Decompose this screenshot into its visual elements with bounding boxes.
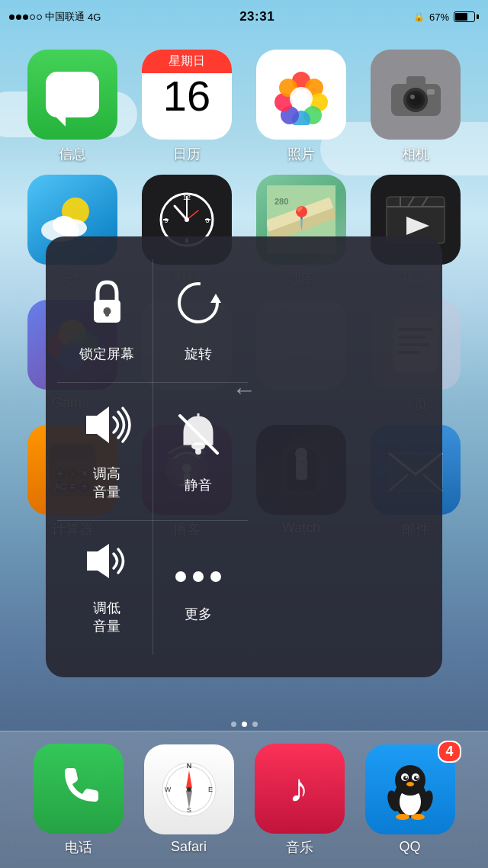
battery-icon bbox=[454, 11, 479, 22]
lock-svg bbox=[86, 278, 128, 328]
svg-text:N: N bbox=[186, 762, 191, 770]
dock-safari[interactable]: N S E W Safari bbox=[144, 744, 234, 855]
svg-marker-115 bbox=[87, 544, 109, 578]
message-bubble bbox=[46, 72, 99, 117]
svg-marker-110 bbox=[210, 294, 221, 303]
calendar-date: 16 bbox=[163, 73, 210, 117]
rotate-button[interactable]: 旋转 bbox=[152, 259, 244, 382]
svg-text:280: 280 bbox=[274, 197, 288, 206]
battery-body bbox=[454, 11, 475, 22]
battery-percentage: 67% bbox=[429, 11, 449, 23]
more-icon bbox=[172, 552, 225, 595]
vol-down-svg bbox=[82, 540, 132, 582]
app-photos[interactable]: 照片 bbox=[248, 50, 355, 163]
signal-dot-4 bbox=[30, 14, 35, 20]
svg-point-32 bbox=[185, 217, 189, 222]
app-camera[interactable]: 相机 bbox=[362, 50, 469, 163]
mute-button[interactable]: 静音 bbox=[152, 383, 244, 520]
svg-point-118 bbox=[210, 571, 221, 582]
photos-label: 照片 bbox=[287, 145, 315, 163]
safari-label: Safari bbox=[171, 839, 207, 855]
svg-rect-15 bbox=[427, 89, 435, 95]
svg-point-86 bbox=[187, 787, 191, 792]
qq-icon: 4 bbox=[365, 744, 455, 834]
page-dot-2 bbox=[242, 722, 247, 727]
svg-point-14 bbox=[410, 95, 415, 99]
svg-point-19 bbox=[53, 216, 75, 234]
status-bar: 中国联通 4G 23:31 🔒 67% bbox=[0, 0, 488, 34]
svg-point-117 bbox=[193, 571, 204, 582]
signal-dot-3 bbox=[23, 14, 28, 20]
assistive-menu[interactable]: 锁定屏幕 旋转 bbox=[46, 236, 442, 677]
app-calendar[interactable]: 星期日 16 日历 bbox=[133, 50, 240, 163]
more-button[interactable]: 更多 bbox=[152, 521, 244, 654]
carrier-label: 中国联通 bbox=[45, 10, 85, 24]
phone-icon bbox=[34, 744, 124, 834]
music-icon: ♪ bbox=[255, 744, 345, 834]
qq-label: QQ bbox=[399, 839, 420, 855]
messages-label: 信息 bbox=[59, 145, 86, 163]
battery-fill bbox=[455, 13, 467, 21]
photos-icon bbox=[256, 50, 346, 140]
signal-dot-2 bbox=[16, 14, 21, 20]
svg-text:E: E bbox=[207, 786, 212, 793]
svg-point-94 bbox=[395, 765, 425, 796]
svg-point-99 bbox=[405, 776, 407, 779]
messages-icon bbox=[27, 50, 117, 140]
signal-indicator bbox=[9, 14, 42, 20]
calendar-label: 日历 bbox=[173, 145, 201, 163]
calendar-day: 星期日 bbox=[142, 50, 232, 73]
camera-icon bbox=[371, 50, 461, 140]
svg-text:W: W bbox=[164, 786, 171, 793]
more-svg bbox=[172, 565, 225, 588]
lock-screen-button[interactable]: 锁定屏幕 bbox=[61, 259, 152, 382]
calendar-icon: 星期日 16 bbox=[142, 50, 232, 140]
dock: 电话 N S E W Safari ♪ 音乐 bbox=[0, 731, 488, 868]
volume-up-icon bbox=[80, 402, 133, 455]
svg-point-101 bbox=[406, 782, 414, 786]
svg-text:📍: 📍 bbox=[288, 205, 315, 230]
status-right: 🔒 67% bbox=[413, 11, 479, 23]
volume-up-label: 调高音量 bbox=[93, 465, 120, 501]
app-messages[interactable]: 信息 bbox=[19, 50, 126, 163]
lock-status-icon: 🔒 bbox=[413, 11, 425, 22]
network-type: 4G bbox=[88, 11, 101, 23]
svg-point-103 bbox=[411, 814, 425, 820]
vertical-divider bbox=[152, 259, 153, 654]
camera-svg bbox=[387, 70, 445, 120]
dock-qq[interactable]: 4 QQ bbox=[365, 744, 455, 855]
music-label: 音乐 bbox=[286, 838, 313, 857]
vol-up-svg bbox=[80, 402, 133, 448]
rotate-icon bbox=[174, 278, 223, 335]
page-dot-3 bbox=[252, 722, 258, 727]
battery-tip bbox=[477, 14, 479, 19]
volume-up-button[interactable]: 调高音量 bbox=[61, 383, 152, 520]
volume-down-button[interactable]: 调低音量 bbox=[61, 521, 152, 654]
svg-point-100 bbox=[416, 776, 418, 779]
svg-rect-108 bbox=[105, 311, 109, 317]
svg-point-113 bbox=[195, 448, 201, 455]
dock-music[interactable]: ♪ 音乐 bbox=[255, 744, 345, 857]
qq-penguin-svg bbox=[380, 759, 441, 820]
lock-icon bbox=[86, 278, 128, 335]
volume-down-icon bbox=[82, 540, 132, 589]
safari-svg: N S E W bbox=[159, 759, 220, 820]
svg-marker-111 bbox=[86, 407, 109, 443]
svg-point-8 bbox=[290, 87, 313, 110]
svg-point-102 bbox=[396, 814, 409, 820]
dock-phone[interactable]: 电话 bbox=[34, 744, 124, 857]
signal-dot-1 bbox=[9, 14, 14, 20]
rotate-label: 旋转 bbox=[185, 346, 212, 363]
music-svg: ♪ bbox=[274, 764, 324, 813]
mute-icon bbox=[174, 410, 223, 466]
status-left: 中国联通 4G bbox=[9, 10, 101, 24]
mute-label: 静音 bbox=[185, 477, 212, 494]
app-row-1: 信息 星期日 16 日历 bbox=[15, 50, 473, 163]
svg-rect-10 bbox=[406, 76, 425, 87]
clock-display: 23:31 bbox=[239, 9, 274, 24]
page-indicator bbox=[0, 722, 488, 727]
signal-dot-5 bbox=[37, 14, 42, 20]
volume-down-label: 调低音量 bbox=[93, 600, 120, 635]
photos-flower-svg bbox=[271, 64, 332, 125]
svg-text:♪: ♪ bbox=[289, 766, 309, 810]
